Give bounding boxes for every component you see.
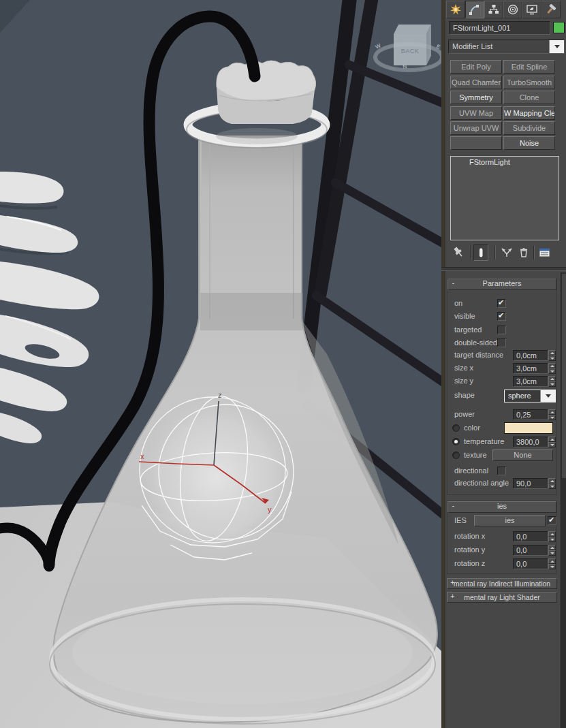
- rotation-x-spinner[interactable]: [548, 531, 556, 542]
- trash-icon: [517, 246, 531, 259]
- directional-angle-spinner[interactable]: [548, 478, 556, 489]
- temperature-spinner[interactable]: [548, 437, 556, 447]
- viewport-3d[interactable]: BACK W N E: [0, 0, 441, 728]
- collapse-minus-icon[interactable]: -: [450, 503, 457, 510]
- remove-modifier-button[interactable]: [516, 244, 531, 261]
- modifier-stack-list[interactable]: FStormLight: [450, 156, 559, 240]
- target-distance-input[interactable]: 0,0cm: [513, 350, 548, 361]
- collapse-minus-icon[interactable]: -: [450, 280, 457, 287]
- texture-none-button[interactable]: None: [492, 449, 553, 461]
- modifier-button-blank[interactable]: [450, 136, 502, 150]
- make-unique-button[interactable]: [499, 244, 514, 261]
- tab-display[interactable]: [522, 1, 541, 18]
- object-name-field[interactable]: FStormLight_001: [449, 21, 550, 35]
- flask-neck-lower-shade: [200, 293, 303, 330]
- color-radio[interactable]: [452, 424, 460, 432]
- temperature-radio[interactable]: [452, 438, 460, 445]
- viewcube-top-face[interactable]: [394, 25, 431, 34]
- modifier-button-uvw-map[interactable]: UVW Map: [450, 106, 502, 120]
- panel-scrollbar[interactable]: [561, 272, 566, 728]
- directional-angle-input[interactable]: 90,0: [513, 478, 548, 489]
- modifier-button-noise[interactable]: Noise: [503, 136, 555, 150]
- modifier-button-subdivide[interactable]: Subdivide: [503, 121, 555, 135]
- light-color-swatch[interactable]: [504, 422, 553, 434]
- texture-radio[interactable]: [452, 452, 460, 459]
- rollout-mr-indirect-title: mental ray Indirect Illumination: [454, 580, 550, 588]
- visible-label: visible: [454, 312, 475, 320]
- rotation-y-spinner[interactable]: [548, 545, 556, 556]
- ies-checkbox[interactable]: [548, 516, 556, 525]
- rollout-ies-header[interactable]: - ies: [447, 501, 556, 513]
- target-distance-spinner[interactable]: [548, 350, 556, 361]
- tab-motion[interactable]: [503, 1, 522, 18]
- rotation-z-input[interactable]: 0,0: [513, 558, 548, 569]
- display-monitor-icon: [526, 3, 538, 16]
- viewcube-face-label: BACK: [401, 48, 420, 54]
- modifier-list-dropdown[interactable]: Modifier List: [448, 39, 565, 54]
- power-spinner[interactable]: [548, 409, 556, 420]
- size-x-spinner[interactable]: [548, 363, 556, 374]
- expand-plus-icon[interactable]: +: [449, 593, 456, 601]
- size-x-label: size x: [454, 364, 473, 372]
- utilities-hammer-icon: [545, 3, 557, 16]
- rotation-z-spinner[interactable]: [548, 558, 556, 569]
- directional-label: directional: [454, 466, 488, 475]
- visible-checkbox[interactable]: [497, 312, 506, 321]
- modifier-button-quad-chamfer[interactable]: Quad Chamfer: [450, 76, 502, 89]
- modifier-button-uvw-mapping-clear[interactable]: W Mapping Cle: [503, 106, 555, 120]
- expand-plus-icon[interactable]: +: [449, 580, 456, 587]
- tab-create[interactable]: [446, 1, 465, 18]
- double-sided-label: double-sided: [454, 338, 497, 347]
- rotation-y-input[interactable]: 0,0: [513, 545, 548, 556]
- modifier-button-unwrap-uvw[interactable]: Unwrap UVW: [450, 121, 502, 135]
- tab-utilities[interactable]: [541, 1, 561, 18]
- panel-splitter[interactable]: [441, 267, 566, 271]
- toolbar-separator: [494, 246, 496, 259]
- size-x-input[interactable]: 3,0cm: [513, 363, 548, 374]
- show-end-result-button[interactable]: [473, 244, 488, 261]
- shape-chevron-down-icon[interactable]: [540, 390, 555, 402]
- modifier-button-clone[interactable]: Clone: [503, 91, 555, 104]
- stack-item-fstormlight[interactable]: FStormLight: [451, 157, 559, 168]
- shape-dropdown[interactable]: sphere: [504, 390, 556, 402]
- size-y-input[interactable]: 3,0cm: [513, 376, 548, 387]
- tab-modify[interactable]: [465, 1, 484, 18]
- rollout-mental-ray-indirect-illumination[interactable]: + mental ray Indirect Illumination: [447, 578, 557, 589]
- size-y-label: size y: [454, 377, 473, 385]
- rollout-mental-ray-light-shader[interactable]: + mental ray Light Shader: [447, 592, 557, 603]
- axis-z-label: z: [218, 391, 222, 399]
- panel-scrollbar-thumb[interactable]: [562, 274, 566, 478]
- tab-hierarchy[interactable]: [484, 1, 503, 18]
- color-label: color: [464, 424, 480, 432]
- double-sided-checkbox[interactable]: [497, 338, 506, 347]
- modifier-button-edit-spline[interactable]: Edit Spline: [503, 60, 555, 74]
- directional-checkbox[interactable]: [497, 466, 506, 475]
- flask-stopper-top: [217, 61, 316, 101]
- axis-x-label: x: [140, 452, 144, 460]
- pin-stack-button[interactable]: [451, 244, 466, 261]
- modify-bend-icon: [469, 3, 481, 16]
- modifier-button-edit-poly[interactable]: Edit Poly: [450, 60, 502, 74]
- pin-icon: [452, 246, 465, 259]
- on-checkbox[interactable]: [497, 299, 506, 308]
- modifier-list-chevron-down-icon[interactable]: [549, 40, 564, 53]
- on-label: on: [454, 299, 462, 307]
- object-color-swatch[interactable]: [553, 22, 565, 33]
- axis-y-label: y: [268, 505, 272, 513]
- rotation-x-label: rotation x: [454, 532, 485, 540]
- target-distance-label: target distance: [454, 351, 503, 359]
- create-sunburst-icon: [450, 3, 462, 16]
- modifier-button-symmetry[interactable]: Symmetry: [450, 91, 502, 104]
- configure-modifier-sets-button[interactable]: [537, 244, 552, 261]
- rotation-x-input[interactable]: 0,0: [513, 531, 548, 542]
- temperature-input[interactable]: 3800,0: [513, 437, 548, 447]
- modifier-button-turbosmooth[interactable]: TurboSmooth: [503, 76, 555, 89]
- toolbar-separator: [533, 246, 535, 259]
- toolbar-separator: [470, 246, 471, 259]
- ies-file-button[interactable]: ies: [474, 515, 546, 526]
- rotation-y-label: rotation y: [454, 545, 485, 554]
- size-y-spinner[interactable]: [548, 376, 556, 387]
- rollout-parameters-header[interactable]: - Parameters: [447, 279, 556, 290]
- power-input[interactable]: 0,25: [513, 409, 548, 420]
- targeted-checkbox[interactable]: [497, 326, 506, 334]
